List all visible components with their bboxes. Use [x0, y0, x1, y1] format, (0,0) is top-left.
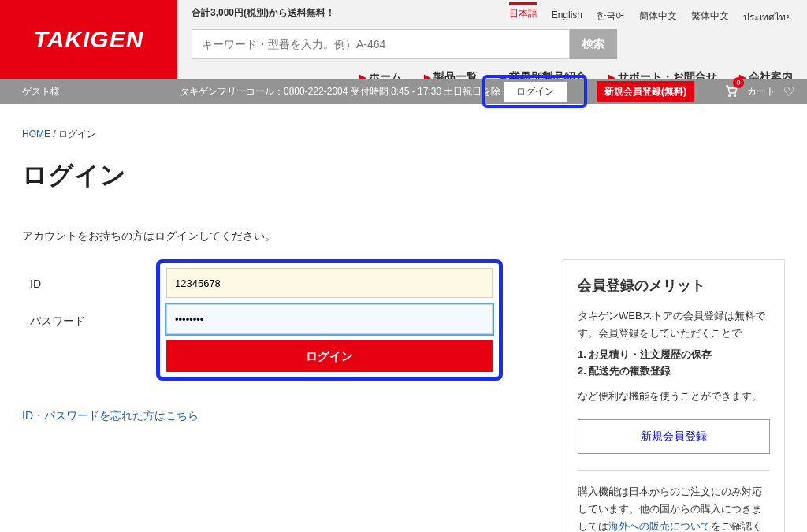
breadcrumb: HOME / ログイン	[22, 128, 785, 141]
register-button[interactable]: 新規会員登録(無料)	[597, 81, 694, 102]
heart-icon[interactable]: ♡	[783, 84, 794, 99]
cart-area: 0 カート ♡	[723, 84, 794, 100]
lang-ja[interactable]: 日本語	[509, 2, 537, 20]
login-form-highlight: ログイン	[156, 259, 503, 381]
lang-ko[interactable]: 한국어	[597, 5, 625, 23]
lang-zh-tw[interactable]: 繁体中文	[691, 5, 729, 23]
header: TAKIGEN 合計3,000円(税別)から送料無料！ 日本語 English …	[0, 0, 807, 79]
logo[interactable]: TAKIGEN	[0, 0, 177, 79]
search-row: 検索	[192, 29, 793, 59]
cart-label[interactable]: カート	[747, 85, 775, 99]
id-input[interactable]	[166, 268, 493, 298]
lang-th[interactable]: ประเทศไทย	[743, 5, 791, 24]
guest-label: ゲスト様	[22, 85, 180, 99]
forgot-link[interactable]: ID・パスワードを忘れた方はこちら	[22, 409, 199, 422]
sidebar-note: 購入機能は日本からのご注文にのみ対応しています。他の国からの購入につきましては海…	[578, 483, 770, 532]
svg-point-1	[734, 94, 735, 95]
lang-zh-cn[interactable]: 簡体中文	[639, 5, 677, 23]
password-label: パスワード	[22, 314, 164, 329]
page-body: HOME / ログイン ログイン アカウントをお持ちの方はログインしてください。…	[0, 104, 807, 532]
sidebar-register: 会員登録のメリット タキゲンWEBストアの会員登録は無料です。会員登録をしていた…	[563, 259, 785, 532]
benefit-1: 1. お見積り・注文履歴の保存	[578, 347, 770, 363]
sidebar-title: 会員登録のメリット	[578, 276, 770, 295]
svg-point-0	[729, 94, 731, 95]
cart-icon[interactable]: 0	[723, 84, 739, 100]
sidebar-register-button[interactable]: 新規会員登録	[578, 419, 770, 454]
login-highlight: ログイン	[482, 75, 587, 108]
id-label: ID	[22, 277, 164, 290]
breadcrumb-current: ログイン	[58, 128, 96, 140]
login-form-column: ID パスワード ログイン ID・パスワードを忘れた方はこちら	[22, 259, 531, 423]
header-right: 合計3,000円(税別)から送料無料！ 日本語 English 한국어 簡体中文…	[177, 0, 807, 79]
forgot-link-row: ID・パスワードを忘れた方はこちら	[22, 409, 531, 423]
sidebar-intro: タキゲンWEBストアの会員登録は無料です。会員登録をしていただくことで	[578, 307, 770, 342]
search-input[interactable]	[192, 29, 570, 59]
page-subtitle: アカウントをお持ちの方はログインしてください。	[22, 229, 785, 244]
password-input[interactable]	[166, 304, 493, 334]
login-submit-button[interactable]: ログイン	[166, 340, 493, 372]
overseas-link[interactable]: 海外への販売について	[608, 520, 711, 532]
utility-bar: ゲスト様 タキゲンフリーコール：0800-222-2004 受付時間 8:45 …	[0, 79, 807, 104]
page-title: ログイン	[22, 158, 785, 193]
language-bar: 日本語 English 한국어 簡体中文 繁体中文 ประเทศไทย	[509, 5, 791, 24]
divider	[578, 470, 770, 471]
login-button[interactable]: ログイン	[503, 81, 567, 102]
lang-en[interactable]: English	[552, 5, 582, 20]
breadcrumb-home[interactable]: HOME	[22, 128, 50, 140]
cart-badge: 0	[733, 77, 744, 88]
sidebar-outro: など便利な機能を使うことができます。	[578, 388, 770, 405]
benefit-2: 2. 配送先の複数登録	[578, 363, 770, 380]
search-button[interactable]: 検索	[570, 29, 617, 59]
